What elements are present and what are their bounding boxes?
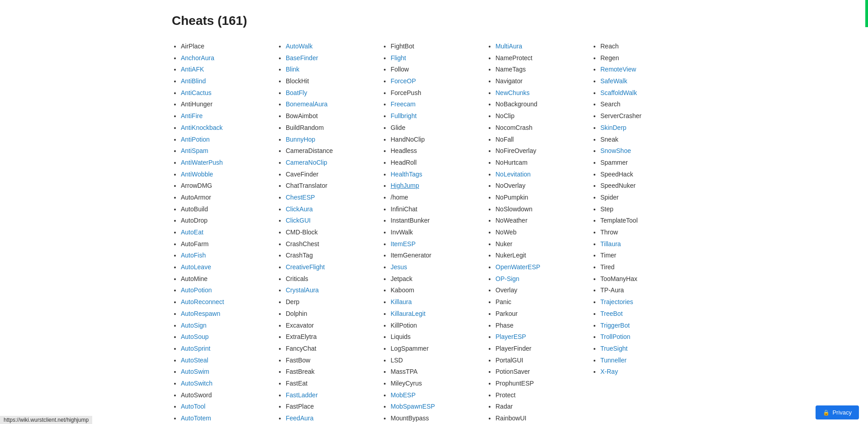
cheat-link[interactable]: AutoSoup [181,333,209,340]
list-item: /home [391,193,482,203]
cheat-link[interactable]: AutoSwim [181,368,209,375]
cheat-link[interactable]: Flight [391,54,406,62]
cheat-link[interactable]: PlayerESP [495,333,526,340]
cheat-link[interactable]: TrueSight [600,345,627,352]
cheat-link[interactable]: Trajectories [600,298,633,305]
cheat-link[interactable]: AntiFire [181,112,203,119]
cheat-link[interactable]: OpenWaterESP [495,263,540,271]
list-item: ScaffoldWalk [600,88,692,98]
column-3: FightBotFlightFollowForceOPForcePushFree… [382,42,486,424]
cheat-name: AirPlace [181,43,204,50]
privacy-button[interactable]: Privacy [816,405,859,419]
cheat-link[interactable]: Freecam [391,100,415,108]
cheat-link[interactable]: AutoTotem [181,414,211,422]
cheat-link[interactable]: FastLadder [286,391,318,399]
list-item: AutoSteal [181,356,272,366]
cheat-link[interactable]: Blink [286,66,299,73]
cheat-name: PotionSaver [495,368,530,375]
cheat-link[interactable]: ChestESP [286,194,315,201]
cheat-link[interactable]: AutoPotion [181,286,212,294]
cheat-link[interactable]: CameraNoClip [286,159,327,166]
cheat-link[interactable]: CrystalAura [286,286,319,294]
cheat-link[interactable]: TriggerBot [600,322,630,329]
cheat-link[interactable]: ScaffoldWalk [600,89,637,96]
cheat-link[interactable]: BunnyHop [286,136,315,143]
cheat-link[interactable]: AutoLeave [181,263,211,271]
cheat-link[interactable]: HighJump [391,182,419,189]
cheat-link[interactable]: BaseFinder [286,54,318,62]
list-item: RemoteView [600,65,692,75]
cheat-name: Radar [495,403,513,410]
cheat-link[interactable]: KillauraLegit [391,310,425,317]
cheat-link[interactable]: TrollPotion [600,333,630,340]
cheat-link[interactable]: AutoWalk [286,43,312,50]
cheat-link[interactable]: OP-Sign [495,275,519,282]
cheat-link[interactable]: HealthTags [391,171,422,178]
cheat-name: Spammer [600,159,628,166]
cheat-link[interactable]: Killaura [391,298,412,305]
cheat-link[interactable]: NewChunks [495,89,529,96]
cheat-link[interactable]: AntiAFK [181,66,204,73]
cheat-link[interactable]: AntiCactus [181,89,212,96]
cheat-link[interactable]: BoatFly [286,89,307,96]
cheat-link[interactable]: AntiWobble [181,171,213,178]
cheat-name: CaveFinder [286,171,318,178]
cheat-link[interactable]: AutoSwitch [181,380,212,387]
cheat-link[interactable]: MobESP [391,391,415,399]
cheat-link[interactable]: Jesus [391,263,407,271]
cheat-link[interactable]: AntiPotion [181,136,210,143]
cheat-link[interactable]: Tillaura [600,240,621,248]
list-item: FastLadder [286,391,377,400]
cheat-link[interactable]: ForceOP [391,77,416,85]
cheat-link[interactable]: AutoEat [181,229,203,236]
cheat-link[interactable]: AutoSprint [181,345,210,352]
cheats-grid: AirPlaceAnchorAuraAntiAFKAntiBlindAntiCa… [172,42,696,424]
cheat-name: Liquids [391,333,410,340]
cheat-link[interactable]: ClickGUI [286,217,311,224]
cheat-link[interactable]: NoLevitation [495,171,531,178]
cheat-link[interactable]: AntiWaterPush [181,159,223,166]
cheat-name: AutoMine [181,275,208,282]
cheat-link[interactable]: AnchorAura [181,54,214,62]
cheat-link[interactable]: AutoReconnect [181,298,224,305]
cheat-link[interactable]: AntiBlind [181,77,206,85]
cheat-link[interactable]: MultiAura [495,43,522,50]
cheat-link[interactable]: SkinDerp [600,124,627,131]
cheat-link[interactable]: ItemESP [391,240,415,248]
list-item: SafeWalk [600,76,692,86]
cheat-link[interactable]: AutoSign [181,322,207,329]
cheat-link[interactable]: AutoSteal [181,357,208,364]
cheat-link[interactable]: ClickAura [286,205,313,213]
cheat-link[interactable]: BonemealAura [286,100,328,108]
cheat-link[interactable]: X-Ray [600,368,618,375]
list-item: BuildRandom [286,123,377,133]
cheat-link[interactable]: FeedAura [286,414,313,422]
list-item: AntiCactus [181,88,272,98]
list-item: AutoSwitch [181,379,272,389]
list-item: ClickAura [286,205,377,214]
cheat-link[interactable]: MobSpawnESP [391,403,435,410]
cheat-link[interactable]: AntiSpam [181,147,208,154]
cheat-link[interactable]: SnowShoe [600,147,631,154]
list-item: Glide [391,123,482,133]
list-item: Reach [600,42,692,52]
cheat-link[interactable]: Tunneller [600,357,627,364]
list-item: BaseFinder [286,53,377,63]
cheat-link[interactable]: CreativeFlight [286,263,325,271]
cheat-link[interactable]: RemoteView [600,66,636,73]
cheat-link[interactable]: AutoRespawn [181,310,220,317]
cheat-link[interactable]: TreeBot [600,310,623,317]
cheat-name: AutoArmor [181,194,211,201]
list-item: NewChunks [495,88,587,98]
list-item: Sneak [600,135,692,145]
list-item: AutoLeave [181,262,272,272]
cheat-link[interactable]: Fullbright [391,112,417,119]
list-item: Spammer [600,158,692,168]
list-item: TreeBot [600,309,692,319]
cheat-link[interactable]: AutoTool [181,403,205,410]
list-item: Trajectories [600,297,692,307]
cheat-name: AutoBuild [181,205,208,213]
cheat-link[interactable]: AntiKnockback [181,124,223,131]
cheat-link[interactable]: AutoFish [181,252,206,259]
cheat-link[interactable]: SafeWalk [600,77,627,85]
